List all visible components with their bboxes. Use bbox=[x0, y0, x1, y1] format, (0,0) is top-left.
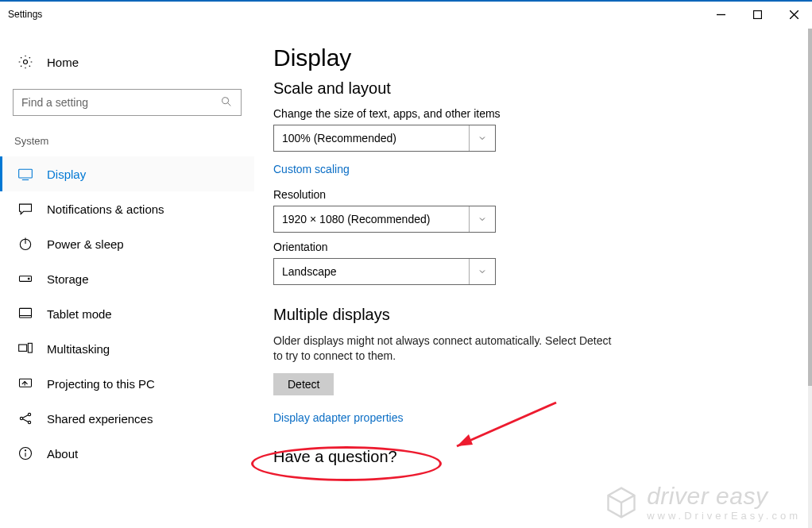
sidebar-item-label: Display bbox=[47, 168, 86, 181]
close-button[interactable] bbox=[775, 2, 812, 27]
sidebar-item-projecting[interactable]: Projecting to this PC bbox=[0, 366, 254, 401]
svg-rect-7 bbox=[19, 169, 33, 178]
svg-point-26 bbox=[25, 450, 25, 451]
share-icon bbox=[17, 410, 34, 427]
scale-heading: Scale and layout bbox=[273, 79, 793, 98]
sidebar-item-tablet[interactable]: Tablet mode bbox=[0, 296, 254, 331]
search-icon bbox=[220, 95, 233, 110]
sidebar-item-shared[interactable]: Shared experiences bbox=[0, 401, 254, 436]
scrollbar-thumb[interactable] bbox=[808, 29, 812, 386]
main-content: Display Scale and layout Change the size… bbox=[254, 27, 812, 528]
resolution-dropdown[interactable]: 1920 × 1080 (Recommended) bbox=[273, 206, 496, 233]
detect-button[interactable]: Detect bbox=[273, 373, 334, 395]
sidebar-item-notifications[interactable]: Notifications & actions bbox=[0, 191, 254, 226]
multi-desc: Older displays might not always connect … bbox=[273, 333, 615, 364]
sidebar-item-label: Power & sleep bbox=[47, 237, 124, 251]
svg-line-6 bbox=[228, 102, 231, 106]
scrollbar[interactable] bbox=[808, 29, 812, 528]
resolution-value: 1920 × 1080 (Recommended) bbox=[282, 213, 430, 225]
maximize-button[interactable] bbox=[739, 2, 775, 27]
svg-point-4 bbox=[24, 60, 28, 64]
svg-rect-16 bbox=[28, 343, 32, 353]
sidebar-item-about[interactable]: About bbox=[0, 436, 254, 471]
svg-point-21 bbox=[28, 421, 30, 423]
svg-rect-13 bbox=[20, 308, 32, 318]
info-icon bbox=[17, 445, 34, 462]
svg-point-12 bbox=[28, 278, 29, 279]
sidebar-item-storage[interactable]: Storage bbox=[0, 261, 254, 296]
sidebar-item-multitasking[interactable]: Multitasking bbox=[0, 331, 254, 366]
page-title: Display bbox=[273, 44, 793, 71]
home-label: Home bbox=[47, 56, 79, 69]
power-icon bbox=[17, 235, 34, 252]
orientation-label: Orientation bbox=[273, 241, 793, 253]
svg-point-20 bbox=[28, 413, 30, 415]
svg-line-22 bbox=[23, 415, 29, 418]
sidebar-section-label: System bbox=[0, 130, 254, 156]
sidebar-item-label: Projecting to this PC bbox=[47, 377, 155, 391]
svg-rect-1 bbox=[753, 10, 761, 18]
scale-size-dropdown[interactable]: 100% (Recommended) bbox=[273, 125, 496, 152]
multi-heading: Multiple displays bbox=[273, 306, 793, 324]
svg-point-5 bbox=[222, 97, 229, 103]
chevron-down-icon bbox=[469, 206, 487, 232]
minimize-button[interactable] bbox=[702, 2, 739, 27]
gear-icon bbox=[17, 53, 34, 71]
tablet-icon bbox=[17, 305, 34, 322]
project-icon bbox=[17, 375, 34, 392]
scale-size-label: Change the size of text, apps, and other… bbox=[273, 107, 793, 120]
question-heading: Have a question? bbox=[273, 448, 793, 466]
storage-icon bbox=[17, 270, 34, 287]
scale-size-value: 100% (Recommended) bbox=[282, 132, 396, 145]
window-title: Settings bbox=[8, 9, 42, 20]
chevron-down-icon bbox=[469, 259, 487, 284]
sidebar-item-label: Multitasking bbox=[47, 342, 110, 356]
home-nav[interactable]: Home bbox=[0, 44, 254, 79]
titlebar: Settings bbox=[0, 2, 812, 27]
chevron-down-icon bbox=[469, 125, 487, 151]
sidebar: Home Find a setting System Display Notif… bbox=[0, 27, 254, 528]
display-adapter-link[interactable]: Display adapter properties bbox=[273, 411, 403, 424]
svg-rect-17 bbox=[20, 379, 32, 387]
sidebar-item-label: Notifications & actions bbox=[47, 202, 164, 216]
chat-icon bbox=[17, 200, 34, 218]
multitask-icon bbox=[17, 340, 34, 357]
display-icon bbox=[17, 165, 34, 183]
sidebar-item-label: Storage bbox=[47, 272, 89, 286]
search-input[interactable]: Find a setting bbox=[13, 89, 242, 116]
custom-scaling-link[interactable]: Custom scaling bbox=[273, 163, 350, 175]
sidebar-item-display[interactable]: Display bbox=[0, 156, 254, 191]
orientation-value: Landscape bbox=[282, 265, 337, 278]
search-placeholder: Find a setting bbox=[21, 96, 88, 109]
resolution-label: Resolution bbox=[273, 188, 793, 201]
sidebar-item-power[interactable]: Power & sleep bbox=[0, 226, 254, 261]
svg-line-23 bbox=[23, 419, 29, 422]
sidebar-item-label: About bbox=[47, 447, 78, 461]
sidebar-item-label: Tablet mode bbox=[47, 307, 112, 321]
sidebar-item-label: Shared experiences bbox=[47, 412, 153, 426]
svg-point-19 bbox=[20, 417, 22, 419]
window-buttons bbox=[702, 2, 812, 27]
svg-rect-15 bbox=[19, 345, 27, 351]
orientation-dropdown[interactable]: Landscape bbox=[273, 258, 496, 285]
